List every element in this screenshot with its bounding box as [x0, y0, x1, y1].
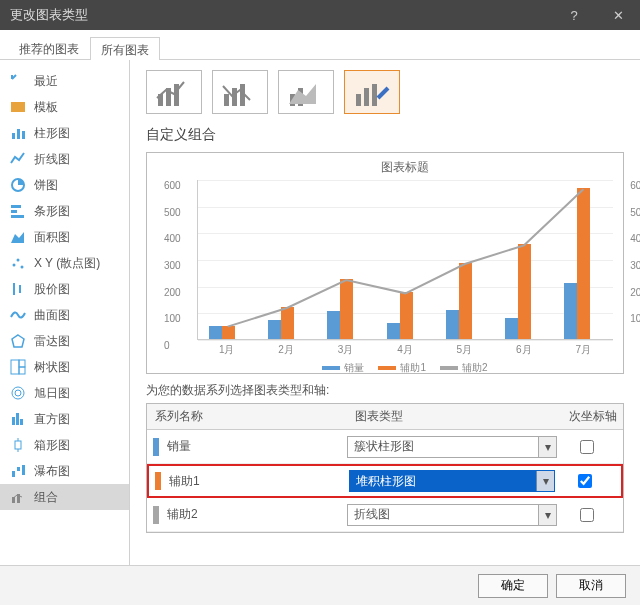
svg-marker-8 — [11, 232, 24, 243]
bar-chart-icon — [10, 203, 26, 219]
sidebar-item-combo[interactable]: 组合 — [0, 484, 129, 510]
sidebar-item-treemap[interactable]: 树状图 — [0, 354, 129, 380]
svg-rect-40 — [356, 94, 361, 106]
svg-rect-3 — [22, 131, 25, 139]
series-swatch — [155, 472, 161, 490]
svg-rect-21 — [16, 413, 19, 425]
help-button[interactable]: ? — [552, 0, 596, 30]
dialog-footer: 确定 取消 — [0, 565, 640, 605]
svg-rect-6 — [11, 210, 17, 213]
chevron-down-icon: ▾ — [538, 505, 556, 525]
svg-point-9 — [13, 264, 16, 267]
table-row: 销量 簇状柱形图▾ — [147, 430, 623, 464]
svg-rect-27 — [17, 467, 20, 471]
sidebar-item-line[interactable]: 折线图 — [0, 146, 129, 172]
header-chart-type: 图表类型 — [347, 404, 563, 429]
svg-rect-34 — [224, 94, 229, 106]
sidebar-item-templates[interactable]: 模板 — [0, 94, 129, 120]
chevron-down-icon: ▾ — [538, 437, 556, 457]
header-secondary-axis: 次坐标轴 — [563, 404, 623, 429]
svg-point-19 — [15, 390, 21, 396]
combo-subtype-1[interactable] — [146, 70, 202, 114]
template-icon — [10, 99, 26, 115]
svg-point-11 — [21, 266, 24, 269]
section-title: 自定义组合 — [146, 126, 624, 144]
chart-type-select[interactable]: 堆积柱形图▾ — [349, 470, 555, 492]
svg-rect-26 — [12, 471, 15, 477]
sidebar-item-radar[interactable]: 雷达图 — [0, 328, 129, 354]
main-panel: 自定义组合 图表标题 00100100200200300300400400500… — [130, 60, 640, 565]
ok-button[interactable]: 确定 — [478, 574, 548, 598]
combo-subtype-2[interactable] — [212, 70, 268, 114]
waterfall-icon — [10, 463, 26, 479]
tab-recommended[interactable]: 推荐的图表 — [8, 36, 90, 59]
svg-rect-41 — [364, 88, 369, 106]
cancel-button[interactable]: 取消 — [556, 574, 626, 598]
secondary-axis-checkbox[interactable] — [580, 508, 594, 522]
chart-legend: 销量 辅助1 辅助2 — [197, 361, 613, 375]
tab-strip: 推荐的图表 所有图表 — [0, 30, 640, 60]
series-swatch — [153, 506, 159, 524]
svg-rect-1 — [12, 133, 15, 139]
sidebar-item-sunburst[interactable]: 旭日图 — [0, 380, 129, 406]
chart-type-select[interactable]: 簇状柱形图▾ — [347, 436, 557, 458]
chart-preview: 图表标题 00100100200200300300400400500500600… — [146, 152, 624, 374]
close-button[interactable]: ✕ — [596, 0, 640, 30]
series-name: 辅助1 — [169, 473, 200, 490]
sidebar-item-area[interactable]: 面积图 — [0, 224, 129, 250]
sidebar-item-pie[interactable]: 饼图 — [0, 172, 129, 198]
line-chart-icon — [10, 151, 26, 167]
sidebar-item-waterfall[interactable]: 瀑布图 — [0, 458, 129, 484]
svg-rect-17 — [19, 367, 25, 374]
sidebar-item-column[interactable]: 柱形图 — [0, 120, 129, 146]
sidebar-item-histogram[interactable]: 直方图 — [0, 406, 129, 432]
series-table: 系列名称 图表类型 次坐标轴 销量 簇状柱形图▾ 辅助1 堆积柱形图▾ 辅助2 … — [146, 403, 624, 533]
surface-chart-icon — [10, 307, 26, 323]
boxplot-icon — [10, 437, 26, 453]
area-chart-icon — [10, 229, 26, 245]
svg-rect-7 — [11, 215, 24, 218]
chart-title: 图表标题 — [197, 159, 613, 176]
combo-subtype-row — [146, 70, 624, 114]
table-row: 辅助1 堆积柱形图▾ — [147, 464, 623, 498]
histogram-icon — [10, 411, 26, 427]
sidebar-item-recent[interactable]: 最近 — [0, 68, 129, 94]
radar-chart-icon — [10, 333, 26, 349]
secondary-axis-checkbox[interactable] — [578, 474, 592, 488]
svg-rect-20 — [12, 417, 15, 425]
svg-rect-0 — [11, 102, 25, 112]
chart-category-sidebar: 最近 模板 柱形图 折线图 饼图 条形图 面积图 X Y (散点图) 股价图 曲… — [0, 60, 130, 565]
series-swatch — [153, 438, 159, 456]
combo-subtype-3[interactable] — [278, 70, 334, 114]
table-header-row: 系列名称 图表类型 次坐标轴 — [147, 404, 623, 430]
svg-point-18 — [12, 387, 24, 399]
sidebar-item-scatter[interactable]: X Y (散点图) — [0, 250, 129, 276]
svg-rect-22 — [20, 419, 23, 425]
combo-chart-icon — [10, 489, 26, 505]
series-name: 辅助2 — [167, 506, 198, 523]
sunburst-icon — [10, 385, 26, 401]
chart-plot-area: 00100100200200300300400400500500600600 — [197, 180, 613, 340]
chart-type-select[interactable]: 折线图▾ — [347, 504, 557, 526]
sidebar-item-stock[interactable]: 股价图 — [0, 276, 129, 302]
svg-rect-2 — [17, 129, 20, 139]
svg-rect-28 — [22, 465, 25, 475]
stock-chart-icon — [10, 281, 26, 297]
svg-rect-5 — [11, 205, 21, 208]
treemap-icon — [10, 359, 26, 375]
svg-point-10 — [17, 259, 20, 262]
sidebar-item-surface[interactable]: 曲面图 — [0, 302, 129, 328]
pie-chart-icon — [10, 177, 26, 193]
scatter-chart-icon — [10, 255, 26, 271]
series-name: 销量 — [167, 438, 191, 455]
table-row: 辅助2 折线图▾ — [147, 498, 623, 532]
secondary-axis-checkbox[interactable] — [580, 440, 594, 454]
sidebar-item-boxplot[interactable]: 箱形图 — [0, 432, 129, 458]
tab-all[interactable]: 所有图表 — [90, 37, 160, 60]
title-bar: 更改图表类型 ? ✕ — [0, 0, 640, 30]
recent-icon — [10, 73, 26, 89]
sidebar-item-bar[interactable]: 条形图 — [0, 198, 129, 224]
window-title: 更改图表类型 — [10, 6, 88, 24]
series-table-label: 为您的数据系列选择图表类型和轴: — [146, 382, 624, 399]
combo-subtype-custom[interactable] — [344, 70, 400, 114]
